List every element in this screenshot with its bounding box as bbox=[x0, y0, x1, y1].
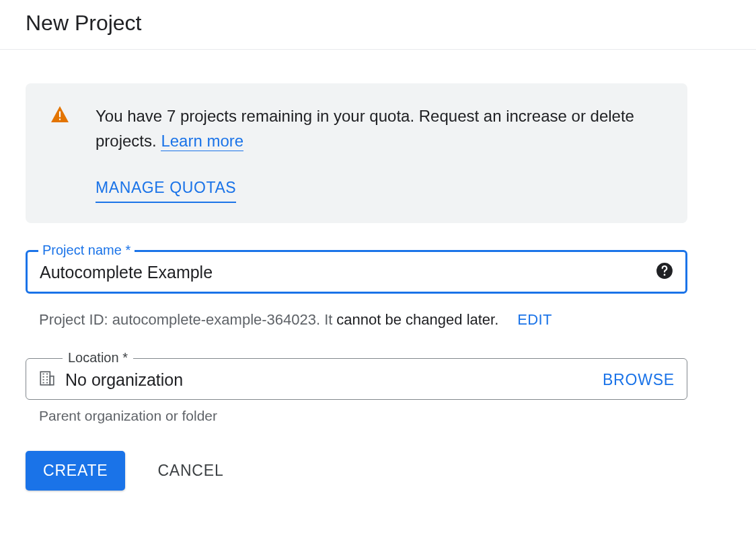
edit-project-id-button[interactable]: EDIT bbox=[517, 311, 552, 329]
help-icon[interactable] bbox=[656, 262, 673, 282]
project-id-prefix: Project ID: bbox=[39, 311, 108, 329]
svg-rect-5 bbox=[50, 376, 53, 385]
location-value: No organization bbox=[65, 370, 593, 390]
form-content: You have 7 projects remaining in your qu… bbox=[0, 50, 713, 511]
create-button[interactable]: CREATE bbox=[26, 451, 125, 491]
page-header: New Project bbox=[0, 0, 756, 50]
location-label: Location * bbox=[63, 350, 133, 366]
action-row: CREATE CANCEL bbox=[26, 451, 687, 491]
project-name-label: Project name * bbox=[38, 243, 135, 258]
organization-icon bbox=[38, 370, 56, 390]
notice-body: You have 7 projects remaining in your qu… bbox=[96, 103, 662, 203]
browse-button[interactable]: BROWSE bbox=[603, 371, 675, 389]
svg-rect-4 bbox=[40, 372, 50, 385]
project-name-input[interactable] bbox=[40, 263, 646, 282]
quota-notice: You have 7 projects remaining in your qu… bbox=[26, 83, 687, 223]
location-helper: Parent organization or folder bbox=[26, 408, 687, 424]
project-id-warning: cannot be changed later. bbox=[336, 311, 498, 329]
project-id-mid: It bbox=[324, 311, 332, 329]
svg-rect-0 bbox=[59, 112, 61, 118]
learn-more-link[interactable]: Learn more bbox=[161, 132, 243, 151]
manage-quotas-link[interactable]: MANAGE QUOTAS bbox=[96, 176, 236, 203]
cancel-button[interactable]: CANCEL bbox=[157, 462, 223, 480]
project-id-value: autocomplete-example-364023. bbox=[112, 311, 320, 329]
project-id-row: Project ID: autocomplete-example-364023.… bbox=[26, 311, 687, 329]
project-name-field[interactable]: Project name * bbox=[26, 250, 687, 294]
location-field[interactable]: Location * No organization BROWSE bbox=[26, 358, 687, 400]
svg-point-3 bbox=[664, 274, 666, 276]
svg-rect-1 bbox=[59, 119, 61, 120]
page-title: New Project bbox=[26, 11, 730, 36]
warning-icon bbox=[51, 106, 69, 125]
